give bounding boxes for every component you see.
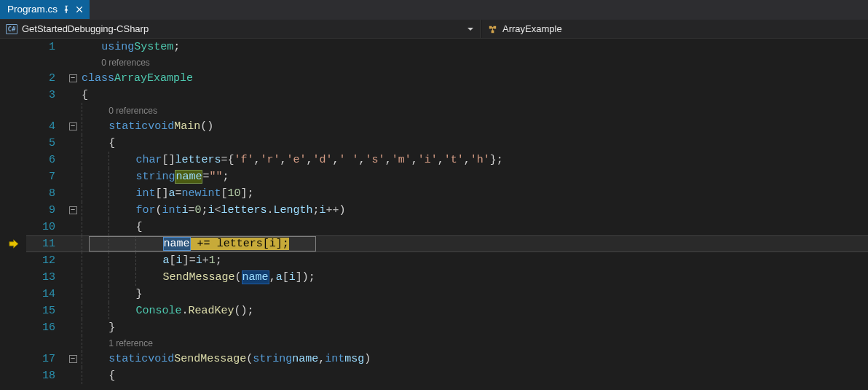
codelens[interactable]: 1 reference [0,336,868,351]
code-line[interactable]: 5 { [0,135,868,152]
glyph-margin[interactable] [0,39,26,55]
line-number: 6 [26,154,66,166]
line-number: 3 [26,89,66,101]
file-tab-program[interactable]: Program.cs [0,0,90,19]
code-editor[interactable]: 1 using System; 0 references 2 − class A… [0,39,868,390]
fold-toggle[interactable]: − [69,122,77,130]
code-line[interactable]: 6 char[] letters = { 'f', 'r', 'e', 'd',… [0,152,868,168]
codelens-label: 0 references [108,106,157,116]
symbol-highlight-definition: name [175,170,202,184]
line-number: 14 [26,288,66,300]
line-number: 12 [26,254,66,267]
code-line[interactable]: 8 int[] a = new int[10]; [0,185,868,202]
fold-toggle[interactable]: − [69,206,77,214]
codelens[interactable]: 0 references [0,104,868,118]
line-number: 18 [26,370,66,382]
nav-project-label: GetStartedDebugging-CSharp [22,23,149,34]
code-line[interactable]: 9 − for (int i = 0; i < letters.Length; … [0,202,868,219]
line-number: 7 [26,171,66,183]
code-line[interactable]: 14 } [0,286,868,303]
code-line[interactable]: 18 { [0,367,868,384]
line-number: 9 [26,204,66,217]
code-line[interactable]: 4 − static void Main() [0,118,868,135]
navigation-bar: C# GetStartedDebugging-CSharp ArrayExamp… [0,20,868,39]
code-line[interactable]: 17 − static void SendMessage(string name… [0,351,868,367]
line-number: 11 [26,238,66,250]
symbol-highlight-reference: name [242,270,269,284]
line-number: 8 [26,187,66,200]
line-number: 2 [26,72,66,85]
class-icon [487,23,498,34]
codelens-label: 0 references [101,58,150,68]
line-number: 1 [26,41,66,53]
line-number: 17 [26,353,66,365]
tab-title: Program.cs [7,4,58,15]
tab-strip: Program.cs [0,0,868,20]
line-number: 15 [26,305,66,317]
code-line[interactable]: 13 SendMessage(name, a[i]); [0,269,868,286]
line-number: 16 [26,321,66,334]
line-number: 10 [26,221,66,233]
code-line[interactable]: 2 − class ArrayExample [0,70,868,87]
close-icon[interactable] [75,5,84,14]
line-number: 13 [26,271,66,284]
code-line[interactable]: 16 } [0,319,868,336]
code-line[interactable]: 15 Console.ReadKey(); [0,303,868,319]
code-line-current[interactable]: 11 name += letters[i]; [0,235,868,252]
codelens-label: 1 reference [108,338,153,348]
execution-pointer-icon [8,238,19,249]
nav-project-dropdown[interactable]: C# GetStartedDebugging-CSharp [0,20,481,38]
csharp-icon: C# [6,24,17,34]
fold-toggle[interactable]: − [69,355,77,363]
pin-icon[interactable] [62,5,71,14]
line-number: 5 [26,137,66,149]
code-line[interactable]: 7 string name = ""; [0,168,868,185]
codelens[interactable]: 0 references [0,55,868,70]
code-line[interactable]: 12 a[i] = i + 1; [0,252,868,269]
code-line[interactable]: 1 using System; [0,39,868,55]
line-number: 4 [26,120,66,133]
chevron-down-icon [467,26,474,33]
code-line[interactable]: 3 { [0,87,868,104]
execution-highlight: name += letters[i]; [163,238,289,250]
nav-member-dropdown[interactable]: ArrayExample [481,20,868,38]
glyph-margin[interactable] [0,235,26,252]
code-line[interactable]: 10 { [0,219,868,235]
nav-member-label: ArrayExample [502,23,562,34]
fold-toggle[interactable]: − [69,74,77,82]
